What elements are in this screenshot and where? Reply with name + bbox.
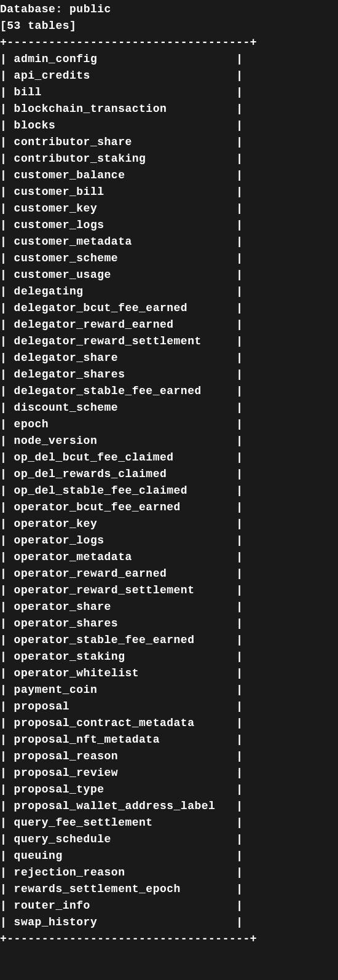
table-row: | contributor_share | <box>0 134 338 151</box>
table-row: | delegator_stable_fee_earned | <box>0 383 338 400</box>
table-row: | proposal_nft_metadata | <box>0 732 338 748</box>
table-row: | delegator_reward_earned | <box>0 317 338 333</box>
database-name: public <box>69 3 111 15</box>
table-row: | contributor_staking | <box>0 151 338 167</box>
border-bottom: +-----------------------------------+ <box>0 931 338 947</box>
table-row: | discount_scheme | <box>0 400 338 416</box>
table-row: | customer_logs | <box>0 217 338 234</box>
table-row: | epoch | <box>0 416 338 433</box>
table-list: | admin_config || api_credits || bill ||… <box>0 51 338 931</box>
table-row: | delegator_reward_settlement | <box>0 333 338 350</box>
table-row: | blockchain_transaction | <box>0 101 338 117</box>
border-top: +-----------------------------------+ <box>0 34 338 51</box>
table-row: | proposal_contract_metadata | <box>0 715 338 732</box>
table-row: | payment_coin | <box>0 682 338 698</box>
table-row: | op_del_bcut_fee_claimed | <box>0 449 338 466</box>
table-row: | operator_bcut_fee_earned | <box>0 499 338 516</box>
table-row: | query_fee_settlement | <box>0 815 338 831</box>
table-row: | proposal | <box>0 698 338 715</box>
table-row: | op_del_stable_fee_claimed | <box>0 483 338 499</box>
table-row: | operator_whitelist | <box>0 665 338 682</box>
table-row: | customer_metadata | <box>0 234 338 250</box>
table-row: | operator_share | <box>0 599 338 615</box>
table-row: | bill | <box>0 84 338 101</box>
table-row: | proposal_type | <box>0 781 338 798</box>
table-row: | delegator_shares | <box>0 366 338 383</box>
table-row: | admin_config | <box>0 51 338 68</box>
table-row: | customer_scheme | <box>0 250 338 267</box>
table-row: | rewards_settlement_epoch | <box>0 881 338 898</box>
table-row: | operator_metadata | <box>0 549 338 566</box>
table-row: | operator_logs | <box>0 532 338 549</box>
table-row: | router_info | <box>0 898 338 914</box>
table-row: | delegating | <box>0 283 338 300</box>
table-row: | customer_balance | <box>0 167 338 184</box>
table-row: | delegator_share | <box>0 350 338 366</box>
table-row: | operator_shares | <box>0 615 338 632</box>
table-row: | operator_reward_settlement | <box>0 582 338 599</box>
table-row: | delegator_bcut_fee_earned | <box>0 300 338 317</box>
table-row: | node_version | <box>0 433 338 449</box>
table-row: | op_del_rewards_claimed | <box>0 466 338 483</box>
table-row: | proposal_wallet_address_label | <box>0 798 338 815</box>
table-row: | api_credits | <box>0 68 338 84</box>
table-count: [53 tables] <box>0 18 338 34</box>
table-row: | operator_staking | <box>0 649 338 665</box>
table-row: | proposal_review | <box>0 765 338 781</box>
table-row: | operator_reward_earned | <box>0 566 338 582</box>
table-row: | queuing | <box>0 848 338 864</box>
table-row: | customer_usage | <box>0 267 338 283</box>
table-row: | customer_bill | <box>0 184 338 200</box>
table-row: | operator_key | <box>0 516 338 532</box>
table-row: | swap_history | <box>0 914 338 931</box>
table-row: | blocks | <box>0 117 338 134</box>
database-header: Database: public <box>0 1 338 18</box>
table-row: | customer_key | <box>0 200 338 217</box>
database-label: Database: <box>0 3 63 15</box>
table-row: | rejection_reason | <box>0 864 338 881</box>
table-row: | proposal_reason | <box>0 748 338 765</box>
table-row: | operator_stable_fee_earned | <box>0 632 338 649</box>
table-row: | query_schedule | <box>0 831 338 848</box>
